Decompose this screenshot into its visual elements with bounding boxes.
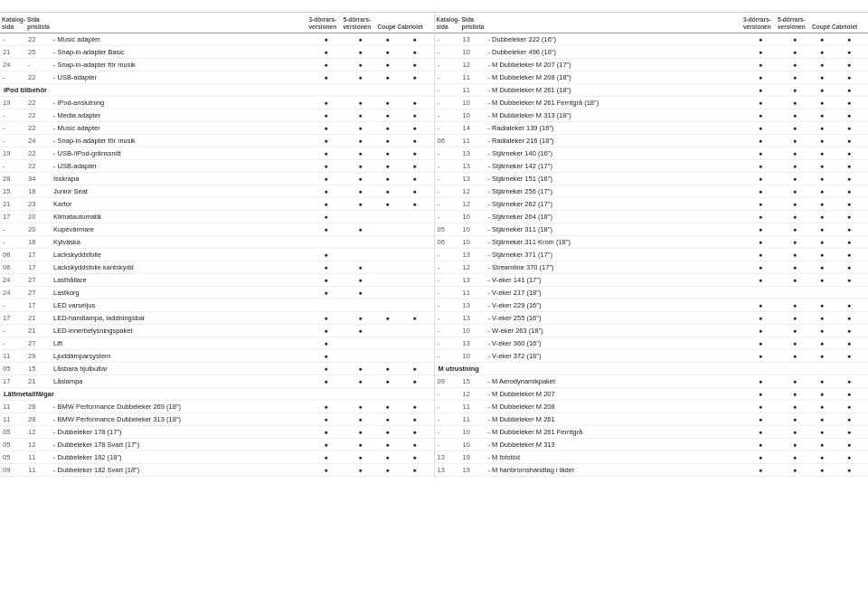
- cell-cabriolet: ●: [398, 34, 432, 44]
- table-row: 1721LED-handlampa, laddningsbar●●●●: [0, 312, 434, 325]
- cell-coupe: ●: [812, 212, 832, 222]
- cell-label: - Stjärneker 140 (16"): [487, 148, 744, 158]
- cell-cabriolet: ●: [832, 465, 866, 475]
- table-row: -11- M Dubbeleker M 261●●●●: [435, 413, 869, 426]
- cell-5door: ●: [344, 148, 378, 158]
- cell-3door: ●: [743, 186, 778, 196]
- right-header-3door: 3-dörrars-versionen: [743, 16, 778, 31]
- cell-5door: ●: [778, 326, 812, 336]
- cell-cabriolet: ●: [398, 427, 432, 437]
- table-row: 1922- USB-/iPod-gränssnitt●●●●: [0, 147, 434, 160]
- cell-sida: 13: [462, 250, 487, 260]
- cell-5door: ●: [778, 224, 812, 234]
- cell-coupe: ●: [378, 199, 398, 209]
- right-column: Katalog-sida Sidaprislista 3-dörrars-ver…: [435, 13, 869, 479]
- cell-cabriolet: ●: [398, 376, 432, 386]
- cell-katalog: 05: [2, 364, 27, 374]
- cell-katalog: -: [2, 34, 27, 44]
- cell-coupe: ●: [812, 452, 832, 462]
- cell-5door: ●: [778, 34, 812, 44]
- cell-label: - V-eker 217 (18"): [487, 288, 744, 298]
- cell-3door: ●: [743, 72, 778, 82]
- cell-5door: ●: [344, 110, 378, 120]
- cell-3door: ●: [309, 123, 344, 133]
- cell-label: Lackskyddsfolie kantskydd: [52, 262, 309, 272]
- cell-label: Lasthållare: [52, 275, 309, 285]
- cell-label: - Stjärneker 256 (17"): [487, 186, 744, 196]
- cell-sida: 11: [462, 288, 487, 298]
- cell-katalog: -: [437, 414, 462, 424]
- cell-cabriolet: ●: [398, 199, 432, 209]
- cell-coupe: ●: [812, 275, 832, 285]
- cell-coupe: ●: [378, 47, 398, 57]
- cell-5door: ●: [778, 47, 812, 57]
- cell-katalog: -: [2, 72, 27, 82]
- section-header-row: iPod tillbehör: [0, 84, 434, 97]
- table-row: -13- Dubbeleker 222 (16")●●●●: [435, 33, 869, 46]
- cell-cabriolet: ●: [832, 338, 866, 348]
- cell-label: - BMW Performance Dubbeleker 269 (18"): [52, 402, 309, 412]
- cell-label: - V-eker 372 (18"): [487, 351, 744, 361]
- cell-cabriolet: ●: [832, 275, 866, 285]
- cell-3door: ●: [309, 288, 344, 298]
- cell-katalog: 13: [437, 465, 462, 475]
- cell-label: - M Dubbeleker M 207 (17"): [487, 60, 744, 70]
- cell-3door: ●: [743, 250, 778, 260]
- cell-coupe: ●: [378, 110, 398, 120]
- cell-3door: ●: [309, 186, 344, 196]
- cell-katalog: -: [437, 262, 462, 272]
- cell-katalog: 17: [2, 376, 27, 386]
- cell-sida: 11: [462, 72, 487, 82]
- cell-cabriolet: ●: [398, 186, 432, 196]
- cell-5door: ●: [344, 262, 378, 272]
- cell-3door: ●: [743, 224, 778, 234]
- cell-coupe: ●: [812, 376, 832, 386]
- cell-3door: ●: [743, 351, 778, 361]
- table-row: 0610- Stjärneker 311 Krom (18")●●●●: [435, 236, 869, 249]
- cell-label: LED varseljus: [52, 300, 309, 310]
- cell-5door: ●: [778, 262, 812, 272]
- cell-katalog: 11: [2, 402, 27, 412]
- cell-label: Kartor: [52, 199, 309, 209]
- cell-sida: -: [27, 60, 52, 70]
- table-row: -10- V-eker 372 (18")●●●●: [435, 350, 869, 363]
- cell-3door: ●: [743, 262, 778, 272]
- table-row: -13- V-eker 360 (16")●●●●: [435, 337, 869, 350]
- cell-label: - Snap-in-adapter Basic: [52, 47, 309, 57]
- cell-sida: 10: [462, 440, 487, 450]
- cell-katalog: -: [437, 174, 462, 184]
- cell-5door: ●: [344, 427, 378, 437]
- cell-cabriolet: ●: [832, 34, 866, 44]
- cell-3door: ●: [309, 47, 344, 57]
- cell-label: - M Aerodynamikpaket: [487, 376, 744, 386]
- table-row: -22- Music adapter●●●●: [0, 122, 434, 135]
- cell-3door: ●: [743, 237, 778, 247]
- cell-3door: ●: [743, 212, 778, 222]
- cell-sida: 13: [462, 313, 487, 323]
- cell-5door: ●: [778, 161, 812, 171]
- cell-cabriolet: ●: [832, 440, 866, 450]
- cell-5door: ●: [344, 136, 378, 146]
- cell-3door: ●: [309, 60, 344, 70]
- cell-cabriolet: ●: [398, 452, 432, 462]
- cell-label: - USB-adapter: [52, 161, 309, 171]
- cell-5door: ●: [778, 60, 812, 70]
- cell-katalog: -: [437, 85, 462, 95]
- cell-3door: ●: [743, 338, 778, 348]
- table-row: -13- V-eker 255 (16")●●●●: [435, 312, 869, 325]
- cell-sida: 22: [27, 34, 52, 44]
- table-row: -10- M Dubbeleker M 313●●●●: [435, 439, 869, 451]
- cell-5door: ●: [778, 427, 812, 437]
- cell-katalog: -: [437, 212, 462, 222]
- cell-3door: [309, 304, 344, 306]
- cell-cabriolet: ●: [832, 250, 866, 260]
- table-row: -22- Media adapter●●●●: [0, 109, 434, 122]
- cell-sida: 22: [27, 148, 52, 158]
- cell-coupe: ●: [378, 148, 398, 158]
- cell-coupe: ●: [378, 34, 398, 44]
- cell-label: Lastkorg: [52, 288, 309, 298]
- cell-5door: [344, 241, 378, 242]
- cell-coupe: ●: [378, 465, 398, 475]
- header-cabriolet: Cabriolet: [398, 24, 432, 31]
- cell-sida: 12: [27, 440, 52, 450]
